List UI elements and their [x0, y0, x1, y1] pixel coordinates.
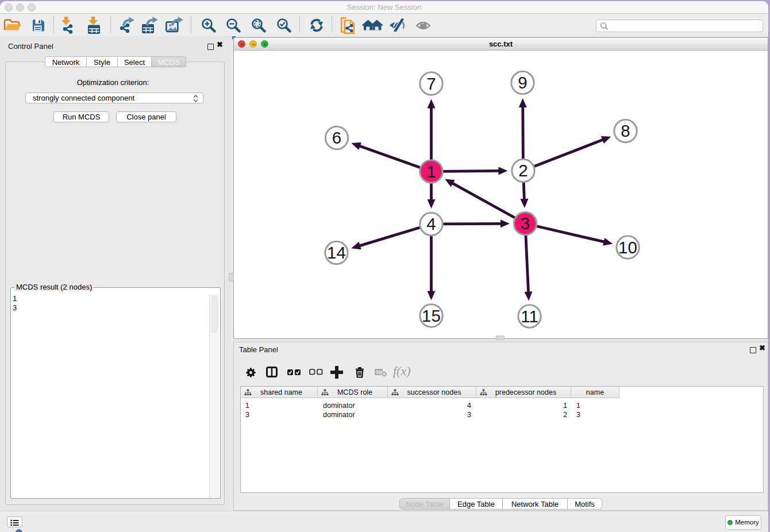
- svg-text:15: 15: [422, 306, 441, 325]
- svg-text:9: 9: [518, 73, 527, 92]
- svg-text:11: 11: [521, 307, 538, 326]
- svg-text:10: 10: [618, 238, 637, 257]
- svg-text:4: 4: [426, 214, 436, 233]
- svg-text:14: 14: [327, 243, 346, 262]
- svg-text:7: 7: [426, 74, 436, 93]
- svg-text:2: 2: [518, 161, 528, 180]
- svg-text:f(x): f(x): [393, 365, 411, 378]
- svg-text:8: 8: [621, 121, 630, 140]
- svg-text:6: 6: [332, 128, 341, 147]
- svg-text:3: 3: [521, 214, 530, 233]
- svg-text:1: 1: [426, 162, 436, 181]
